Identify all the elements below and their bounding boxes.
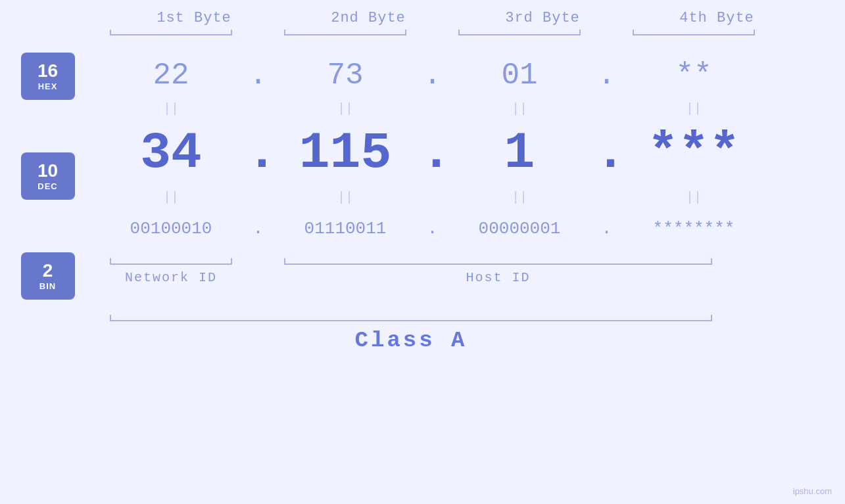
eq-2-b2: || xyxy=(270,190,421,205)
dec-b4: *** xyxy=(648,124,740,182)
eq-1-b4: || xyxy=(618,101,769,116)
bin-b1-cell: 00100010 xyxy=(95,219,247,239)
data-rows: 22 . 73 . 01 . ** xyxy=(95,53,845,300)
byte-header-4: 4th Byte xyxy=(641,10,792,26)
id-label-gap xyxy=(247,270,270,285)
top-bracket-3 xyxy=(444,30,595,39)
dec-badge: 10 DEC xyxy=(21,152,75,200)
dec-dot-3: . xyxy=(595,124,618,182)
hex-badge-label: HEX xyxy=(38,81,58,91)
dec-b1-cell: 34 xyxy=(95,124,247,182)
byte-headers-row: 1st Byte 2nd Byte 3rd Byte 4th Byte xyxy=(95,10,845,26)
bin-badge-label: BIN xyxy=(39,281,56,291)
header-gap-0 xyxy=(95,10,118,26)
top-bracket-4 xyxy=(618,30,769,39)
dec-dot-1: . xyxy=(247,124,270,182)
top-bracket-1 xyxy=(95,30,247,39)
bin-dot-2: . xyxy=(421,219,444,239)
dec-b3-cell: 1 xyxy=(444,124,595,182)
bin-badge-number: 2 xyxy=(43,261,53,281)
dec-data-row: 34 . 115 . 1 . *** xyxy=(95,118,845,187)
tb-gap-2 xyxy=(421,30,444,39)
network-bracket xyxy=(95,253,247,265)
class-a-label: Class A xyxy=(355,328,468,353)
header-gap-3 xyxy=(618,10,641,26)
bin-b2: 01110011 xyxy=(304,219,387,239)
hex-dot-1: . xyxy=(247,58,270,93)
top-brackets xyxy=(95,30,845,39)
main-layout: 1st Byte 2nd Byte 3rd Byte 4th Byte xyxy=(0,0,845,353)
bin-dot-3: . xyxy=(595,219,618,239)
hex-badge: 16 HEX xyxy=(21,53,75,100)
hex-dot-3: . xyxy=(595,58,618,93)
tb-gap-3 xyxy=(595,30,618,39)
bin-b3: 00000001 xyxy=(479,219,561,239)
hex-b4-cell: ** xyxy=(618,58,769,93)
eq-row-1: || || || || xyxy=(95,99,845,118)
hex-b1: 22 xyxy=(153,58,189,93)
bin-badge: 2 BIN xyxy=(21,252,75,300)
eq-2-b3: || xyxy=(444,190,595,205)
main-data-grid: 16 HEX 10 DEC 2 BIN 22 xyxy=(0,53,845,300)
dec-b2: 115 xyxy=(299,124,391,182)
bin-b3-cell: 00000001 xyxy=(444,219,595,239)
header-gap-1 xyxy=(270,10,293,26)
dec-dot-2: . xyxy=(421,124,444,182)
dec-badge-label: DEC xyxy=(37,181,57,191)
byte-header-2: 2nd Byte xyxy=(293,10,444,26)
hex-dot-2: . xyxy=(421,58,444,93)
host-bracket xyxy=(270,253,727,265)
hex-b1-cell: 22 xyxy=(95,58,247,93)
host-id-label: Host ID xyxy=(270,270,727,285)
header-gap-2 xyxy=(444,10,467,26)
dec-b3: 1 xyxy=(504,124,535,182)
eq-2-b1: || xyxy=(95,190,247,205)
badges-column: 16 HEX 10 DEC 2 BIN xyxy=(0,53,95,300)
tb-gap-1 xyxy=(247,30,270,39)
hex-b3: 01 xyxy=(501,58,537,93)
byte-header-3: 3rd Byte xyxy=(467,10,618,26)
hex-badge-number: 16 xyxy=(37,61,58,81)
watermark: ipshu.com xyxy=(793,486,832,496)
bin-b4-cell: ******** xyxy=(618,219,769,239)
eq-row-2: || || || || xyxy=(95,187,845,207)
network-id-label: Network ID xyxy=(95,270,247,285)
bin-b4: ******** xyxy=(653,219,735,239)
hex-b2: 73 xyxy=(327,58,363,93)
bb-gap-1 xyxy=(247,253,270,265)
dec-badge-number: 10 xyxy=(37,161,58,181)
class-a-section: Class A xyxy=(95,328,727,353)
bin-b2-cell: 01110011 xyxy=(270,219,421,239)
dec-b1: 34 xyxy=(140,124,202,182)
class-bracket xyxy=(95,309,727,321)
hex-b3-cell: 01 xyxy=(444,58,595,93)
hex-b4: ** xyxy=(675,58,712,93)
dec-b4-cell: *** xyxy=(618,124,769,182)
hex-data-row: 22 . 73 . 01 . ** xyxy=(95,53,845,99)
bin-dot-1: . xyxy=(247,219,270,239)
bottom-brackets xyxy=(95,253,845,265)
eq-1-b2: || xyxy=(270,101,421,116)
bin-b1: 00100010 xyxy=(130,219,212,239)
dec-b2-cell: 115 xyxy=(270,124,421,182)
bin-data-row: 00100010 . 01110011 . 00000001 . xyxy=(95,207,845,250)
eq-1-b3: || xyxy=(444,101,595,116)
eq-2-b4: || xyxy=(618,190,769,205)
top-bracket-2 xyxy=(270,30,421,39)
eq-1-b1: || xyxy=(95,101,247,116)
id-labels: Network ID Host ID xyxy=(95,270,845,285)
hex-b2-cell: 73 xyxy=(270,58,421,93)
byte-header-1: 1st Byte xyxy=(118,10,270,26)
class-bracket-line xyxy=(95,309,727,321)
